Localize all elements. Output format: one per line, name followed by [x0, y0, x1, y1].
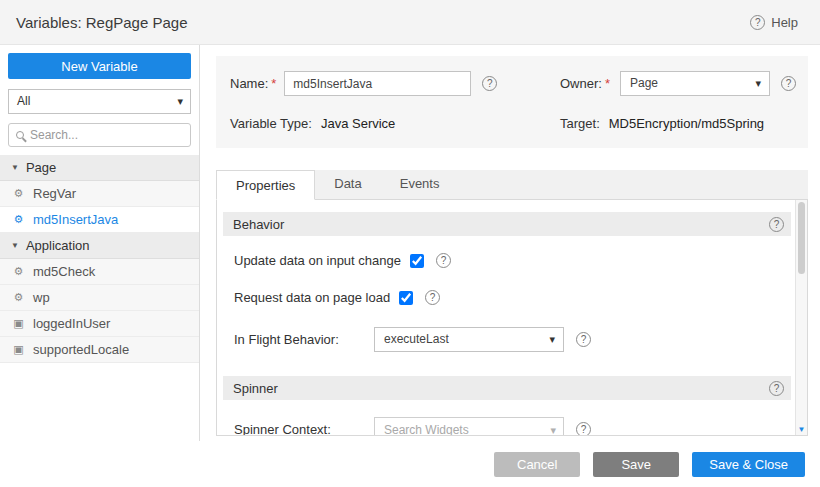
device-variable-icon: [12, 317, 25, 330]
variable-type-value: Java Service: [321, 116, 395, 131]
update-data-help-icon[interactable]: [436, 253, 451, 268]
device-variable-icon: [12, 343, 25, 356]
scrollbar-thumb[interactable]: [798, 202, 805, 274]
variable-item-loggedinuser[interactable]: loggedInUser: [0, 311, 199, 337]
required-marker: *: [605, 76, 610, 91]
variables-tree: Page RegVar md5InsertJava Application md…: [0, 155, 199, 363]
required-marker: *: [271, 76, 276, 91]
variable-item-label: loggedInUser: [33, 316, 110, 331]
page-title: Variables: RegPage Page: [16, 14, 188, 31]
update-data-label: Update data on input change: [234, 253, 401, 268]
vertical-scrollbar[interactable]: [795, 200, 807, 435]
collapse-icon: [11, 163, 19, 172]
dialog-header: Variables: RegPage Page Help: [0, 0, 820, 45]
spinner-context-help-icon[interactable]: [576, 422, 591, 436]
group-label: Application: [26, 238, 90, 253]
update-data-checkbox[interactable]: [410, 254, 424, 268]
name-help-icon[interactable]: [482, 76, 497, 91]
variable-filter-select[interactable]: All: [8, 89, 191, 114]
variables-sidebar: New Variable All Page RegVar md5InsertJa…: [0, 45, 200, 441]
spinner-context-combobox: [374, 417, 564, 436]
in-flight-label: In Flight Behavior:: [234, 332, 374, 347]
variable-item-label: wp: [33, 290, 50, 305]
target-value: MD5Encryption/md5Spring: [609, 116, 764, 131]
variable-detail-panel: Name: * Owner: * Page Variable Type:: [200, 45, 820, 441]
cancel-button[interactable]: Cancel: [494, 452, 580, 477]
tab-events[interactable]: Events: [381, 169, 459, 199]
properties-panel: Behavior Update data on input change Req…: [216, 200, 808, 436]
owner-label: Owner:: [560, 76, 602, 91]
variable-item-label: md5Check: [33, 264, 95, 279]
search-input[interactable]: [30, 128, 185, 142]
update-data-row: Update data on input change: [234, 253, 807, 268]
search-icon: [16, 131, 24, 139]
scroll-down-icon[interactable]: [796, 425, 807, 434]
variable-group-application[interactable]: Application: [0, 233, 199, 259]
spinner-section-title: Spinner: [233, 381, 278, 396]
name-label: Name:: [230, 76, 268, 91]
variable-item-md5check[interactable]: md5Check: [0, 259, 199, 285]
tab-properties[interactable]: Properties: [216, 170, 315, 200]
behavior-section-title: Behavior: [233, 217, 284, 232]
tab-data[interactable]: Data: [315, 169, 380, 199]
variable-filter-value: All: [17, 94, 30, 108]
variable-item-label: RegVar: [33, 186, 76, 201]
behavior-help-icon[interactable]: [769, 217, 784, 232]
request-data-help-icon[interactable]: [425, 290, 440, 305]
variable-item-wp[interactable]: wp: [0, 285, 199, 311]
owner-help-icon[interactable]: [781, 76, 796, 91]
variable-item-label: md5InsertJava: [33, 212, 118, 227]
service-variable-icon: [12, 187, 25, 200]
save-close-button[interactable]: Save & Close: [692, 452, 805, 477]
request-data-checkbox[interactable]: [399, 291, 413, 305]
name-input[interactable]: [284, 71, 471, 96]
variable-search: [8, 123, 191, 147]
in-flight-row: In Flight Behavior: executeLast: [234, 327, 807, 352]
group-label: Page: [26, 160, 56, 175]
in-flight-select[interactable]: executeLast: [374, 327, 564, 352]
target-label: Target:: [560, 116, 600, 131]
collapse-icon: [11, 241, 19, 250]
save-button[interactable]: Save: [593, 452, 679, 477]
variable-summary-form: Name: * Owner: * Page Variable Type:: [216, 56, 808, 148]
request-data-label: Request data on page load: [234, 290, 390, 305]
service-variable-icon: [12, 213, 25, 226]
owner-select[interactable]: Page: [620, 71, 770, 96]
service-variable-icon: [12, 291, 25, 304]
variable-item-regvar[interactable]: RegVar: [0, 181, 199, 207]
help-icon: [750, 15, 765, 30]
request-data-row: Request data on page load: [234, 290, 807, 305]
spinner-context-input[interactable]: [375, 418, 563, 436]
spinner-section-header: Spinner: [223, 376, 791, 400]
dialog-footer: Cancel Save Save & Close: [0, 441, 820, 487]
variable-item-md5insertjava[interactable]: md5InsertJava: [0, 207, 199, 233]
variable-group-page[interactable]: Page: [0, 155, 199, 181]
help-button[interactable]: Help: [750, 15, 798, 30]
behavior-section-header: Behavior: [223, 212, 791, 236]
service-variable-icon: [12, 265, 25, 278]
variable-item-supportedlocale[interactable]: supportedLocale: [0, 337, 199, 363]
spinner-context-row: Spinner Context:: [234, 417, 807, 436]
detail-tabs: Properties Data Events: [216, 170, 808, 200]
variable-item-label: supportedLocale: [33, 342, 129, 357]
in-flight-help-icon[interactable]: [576, 332, 591, 347]
variable-type-label: Variable Type:: [230, 116, 312, 131]
help-label: Help: [771, 15, 798, 30]
new-variable-button[interactable]: New Variable: [8, 53, 191, 79]
owner-value: Page: [630, 76, 658, 90]
spinner-help-icon[interactable]: [769, 381, 784, 396]
in-flight-value: executeLast: [384, 332, 449, 346]
spinner-context-label: Spinner Context:: [234, 422, 374, 436]
